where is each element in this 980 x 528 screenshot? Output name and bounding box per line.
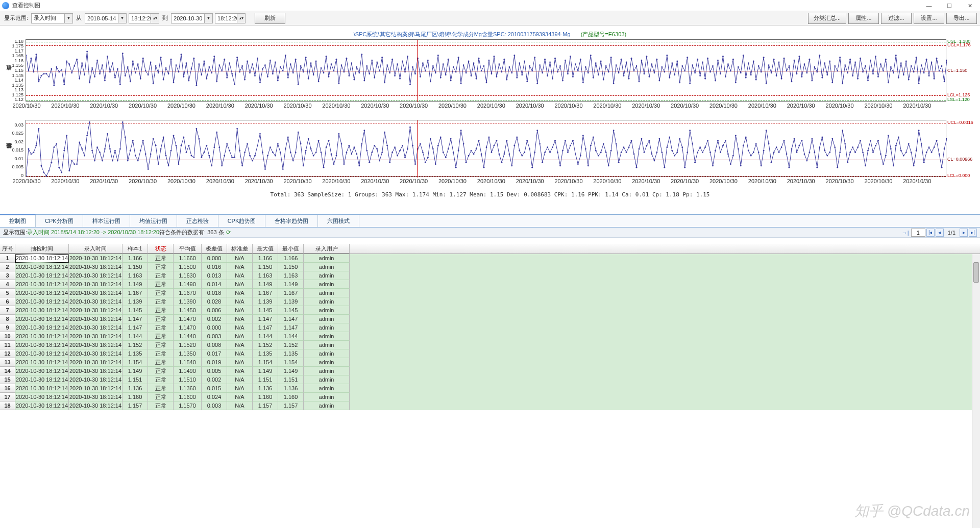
vertical-scrollbar[interactable] — [972, 254, 980, 528]
svg-point-607 — [644, 152, 645, 153]
range-combo[interactable]: 录入时间▼ — [31, 13, 73, 23]
close-button[interactable]: ✕ — [960, 0, 980, 11]
svg-point-124 — [341, 64, 342, 66]
svg-point-216 — [575, 63, 576, 65]
next-page-button[interactable]: ▸ — [960, 229, 968, 237]
moving-range-chart[interactable]: 移动极差 00.0050.010.0150.020.0250.03 UCL=0.… — [26, 120, 946, 186]
data-grid[interactable]: 序号抽检时间录入时间样本1状态平均值极差值标准差最大值最小值录入用户 12020… — [0, 244, 980, 528]
svg-point-447 — [236, 128, 238, 130]
tab-7[interactable]: 六图模式 — [318, 215, 359, 227]
tab-3[interactable]: 均值运行图 — [130, 215, 177, 227]
table-row[interactable]: 142020-10-30 18:12:142020-10-30 18:12:14… — [0, 367, 980, 375]
chevron-down-icon[interactable]: ▼ — [118, 14, 126, 23]
svg-point-656 — [768, 143, 770, 145]
settings-button[interactable]: 设置... — [914, 13, 944, 24]
col-header[interactable]: 最小值 — [278, 244, 304, 254]
col-header[interactable]: 录入时间 — [69, 244, 122, 254]
col-header[interactable]: 状态 — [148, 244, 174, 254]
svg-point-474 — [305, 150, 307, 152]
svg-point-202 — [539, 64, 541, 66]
table-row[interactable]: 152020-10-30 18:12:142020-10-30 18:12:14… — [0, 375, 980, 384]
svg-point-260 — [687, 57, 688, 58]
table-row[interactable]: 32020-10-30 18:12:142020-10-30 18:12:141… — [0, 271, 980, 280]
svg-point-197 — [526, 81, 528, 83]
table-row[interactable]: 72020-10-30 18:12:142020-10-30 18:12:141… — [0, 306, 980, 315]
last-page-button[interactable]: ▸| — [969, 229, 977, 237]
col-header[interactable]: 序号 — [0, 244, 15, 254]
tab-2[interactable]: 样本运行图 — [83, 215, 130, 227]
svg-point-326 — [854, 61, 856, 63]
svg-point-188 — [503, 59, 505, 60]
svg-point-497 — [363, 130, 365, 131]
svg-point-442 — [224, 155, 225, 157]
tab-6[interactable]: 合格率趋势图 — [265, 215, 318, 227]
svg-point-4 — [36, 54, 37, 55]
col-header[interactable]: 样本1 — [122, 244, 148, 254]
tab-1[interactable]: CPK分析图 — [36, 215, 83, 227]
chevron-down-icon[interactable]: ▼ — [204, 14, 212, 23]
svg-point-465 — [282, 168, 284, 170]
col-header[interactable]: 最大值 — [253, 244, 278, 254]
tab-4[interactable]: 正态检验 — [177, 215, 218, 227]
col-header[interactable]: 平均值 — [174, 244, 202, 254]
props-button[interactable]: 属性... — [848, 13, 879, 24]
minimize-button[interactable]: — — [919, 0, 939, 11]
summary-button[interactable]: 分类汇总... — [808, 13, 846, 24]
table-row[interactable]: 82020-10-30 18:12:142020-10-30 18:12:141… — [0, 315, 980, 323]
table-row[interactable]: 122020-10-30 18:12:142020-10-30 18:12:14… — [0, 349, 980, 358]
table-row[interactable]: 52020-10-30 18:12:142020-10-30 18:12:141… — [0, 289, 980, 297]
svg-point-361 — [944, 81, 945, 83]
filter-button[interactable]: 过滤... — [881, 13, 912, 24]
page-input[interactable] — [911, 229, 925, 237]
col-header[interactable]: 标准差 — [227, 244, 253, 254]
svg-point-48 — [148, 74, 149, 76]
col-header[interactable]: 极差值 — [202, 244, 227, 254]
table-row[interactable]: 92020-10-30 18:12:142020-10-30 18:12:141… — [0, 323, 980, 332]
svg-point-704 — [890, 148, 892, 150]
svg-point-440 — [218, 146, 220, 148]
to-date[interactable]: 2020-10-30▼ — [171, 13, 213, 23]
spinner-icon[interactable]: ▴▾ — [151, 14, 159, 23]
table-row[interactable]: 182020-10-30 18:12:142020-10-30 18:12:14… — [0, 401, 980, 410]
svg-point-313 — [821, 77, 823, 79]
col-header[interactable]: 录入用户 — [304, 244, 350, 254]
table-row[interactable]: 102020-10-30 18:12:142020-10-30 18:12:14… — [0, 332, 980, 341]
svg-point-170 — [458, 57, 459, 58]
svg-point-54 — [163, 79, 164, 81]
table-row[interactable]: 42020-10-30 18:12:142020-10-30 18:12:141… — [0, 280, 980, 289]
page-last-icon[interactable]: →| — [901, 229, 910, 237]
svg-point-129 — [353, 79, 355, 81]
maximize-button[interactable]: ☐ — [939, 0, 960, 11]
refresh-icon[interactable]: ⟳ — [226, 229, 231, 236]
svg-point-668 — [799, 145, 800, 146]
export-button[interactable]: 导出... — [946, 13, 977, 24]
svg-point-401 — [119, 148, 121, 150]
table-row[interactable]: 12020-10-30 18:12:142020-10-30 18:12:141… — [0, 254, 980, 263]
from-time[interactable]: 18:12:20▴▾ — [129, 13, 159, 23]
first-page-button[interactable]: |◂ — [926, 229, 935, 237]
svg-point-40 — [127, 66, 129, 68]
svg-point-92 — [259, 82, 261, 83]
from-date[interactable]: 2018-05-14▼ — [85, 13, 127, 23]
svg-point-265 — [699, 75, 701, 77]
svg-point-376 — [56, 143, 57, 145]
window-title: 查看控制图 — [12, 2, 40, 9]
individuals-chart[interactable]: 单值 1.121.1251.131.1351.141.1451.151.1551… — [26, 39, 946, 111]
svg-point-183 — [491, 73, 493, 74]
col-header[interactable]: 抽检时间 — [15, 244, 69, 254]
refresh-button[interactable]: 刷新 — [255, 13, 285, 24]
table-row[interactable]: 132020-10-30 18:12:142020-10-30 18:12:14… — [0, 358, 980, 367]
chevron-down-icon[interactable]: ▼ — [64, 14, 72, 23]
tab-0[interactable]: 控制图 — [0, 214, 36, 227]
table-row[interactable]: 172020-10-30 18:12:142020-10-30 18:12:14… — [0, 393, 980, 401]
table-row[interactable]: 22020-10-30 18:12:142020-10-30 18:12:141… — [0, 263, 980, 271]
table-row[interactable]: 62020-10-30 18:12:142020-10-30 18:12:141… — [0, 297, 980, 306]
svg-point-111 — [308, 78, 309, 80]
prev-page-button[interactable]: ◂ — [936, 229, 944, 237]
table-row[interactable]: 162020-10-30 18:12:142020-10-30 18:12:14… — [0, 384, 980, 393]
tab-5[interactable]: CPK趋势图 — [218, 215, 266, 227]
spinner-icon[interactable]: ▴▾ — [237, 14, 245, 23]
svg-point-347 — [908, 79, 910, 81]
table-row[interactable]: 112020-10-30 18:12:142020-10-30 18:12:14… — [0, 341, 980, 349]
to-time[interactable]: 18:12:20▴▾ — [215, 13, 246, 23]
